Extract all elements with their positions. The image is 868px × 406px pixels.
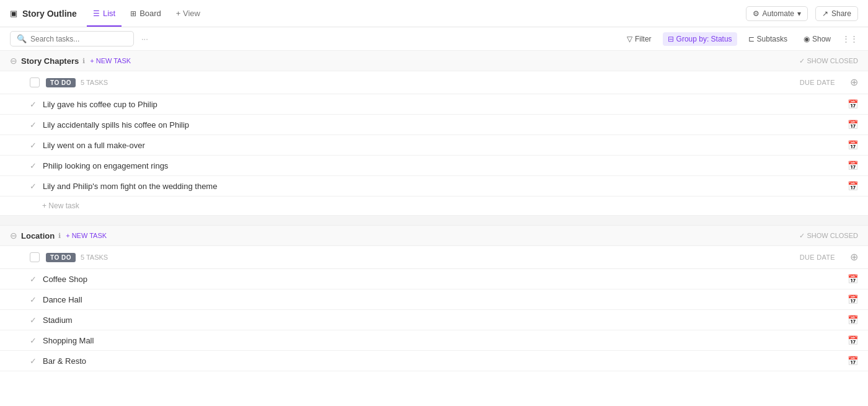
section-location: ⊖ Location ℹ + NEW TASK ✓ SHOW CLOSED TO… — [0, 226, 868, 371]
task-name: Shopping Mall — [43, 336, 848, 345]
task-check-icon[interactable]: ✓ — [30, 141, 37, 150]
table-row: ✓ Stadium 📅 — [0, 310, 868, 330]
task-check-icon[interactable]: ✓ — [30, 161, 37, 170]
search-input[interactable] — [30, 35, 123, 43]
group-by-button[interactable]: ⊟ Group by: Status — [663, 32, 737, 46]
group-story-chapters-todo: TO DO 5 TASKS DUE DATE ⊕ ✓ Lily gave his… — [0, 71, 868, 216]
collapse-icon-location: ⊖ — [10, 231, 17, 241]
board-icon: ⊞ — [130, 9, 136, 18]
task-check-icon[interactable]: ✓ — [30, 275, 37, 284]
collapse-icon: ⊖ — [10, 56, 17, 66]
task-check-icon[interactable]: ✓ — [30, 295, 37, 304]
toolbar-right: ▽ Filter ⊟ Group by: Status ⊏ Subtasks ◉… — [622, 32, 858, 46]
more-options-icon[interactable]: ··· — [141, 34, 148, 43]
chevron-down-icon: ▾ — [797, 9, 801, 18]
group-header-todo-2: TO DO 5 TASKS DUE DATE ⊕ — [0, 246, 868, 269]
group-count-todo-2: 5 TASKS — [81, 254, 108, 261]
toolbar: 🔍 ··· ▽ Filter ⊟ Group by: Status ⊏ Subt… — [0, 27, 868, 51]
task-due-date-icon[interactable]: 📅 — [848, 140, 858, 150]
task-due-date-icon[interactable]: 📅 — [848, 335, 858, 345]
tab-add-view[interactable]: + View — [170, 5, 206, 22]
automate-icon: ⚙ — [753, 9, 760, 18]
toolbar-overflow-icon[interactable]: ⋮⋮ — [842, 34, 858, 43]
table-row: ✓ Coffee Shop 📅 — [0, 269, 868, 289]
section-show-closed-location[interactable]: ✓ SHOW CLOSED — [799, 232, 858, 240]
section-title-story-chapters: Story Chapters — [21, 56, 79, 66]
section-show-closed-story-chapters[interactable]: ✓ SHOW CLOSED — [799, 57, 858, 65]
group-location-todo: TO DO 5 TASKS DUE DATE ⊕ ✓ Coffee Shop 📅… — [0, 246, 868, 371]
task-name: Bar & Resto — [43, 356, 848, 366]
group-badge-todo-2: TO DO — [46, 253, 76, 262]
task-due-date-icon[interactable]: 📅 — [848, 294, 858, 304]
task-name: Lily went on a full make-over — [43, 141, 848, 150]
list-icon: ☰ — [93, 9, 100, 18]
filter-button[interactable]: ▽ Filter — [622, 32, 657, 46]
task-due-date-icon[interactable]: 📅 — [848, 356, 858, 366]
table-row: ✓ Philip looking on engagement rings 📅 — [0, 156, 868, 176]
group-due-date-label-1: DUE DATE — [800, 79, 835, 86]
table-row: ✓ Lily gave his coffee cup to Philip 📅 — [0, 94, 868, 115]
group-count-todo-1: 5 TASKS — [81, 79, 108, 86]
table-row: ✓ Lily and Philip's mom fight on the wed… — [0, 176, 868, 196]
nav-title: Story Outline — [22, 9, 77, 19]
section-info-icon-location: ℹ — [58, 232, 61, 240]
search-icon: 🔍 — [17, 34, 27, 43]
section-new-task-location[interactable]: + NEW TASK — [66, 232, 107, 239]
table-row: ✓ Dance Hall 📅 — [0, 289, 868, 310]
task-name: Coffee Shop — [43, 275, 848, 284]
task-check-icon[interactable]: ✓ — [30, 316, 37, 325]
nav-logo-icon: ▣ — [10, 9, 17, 18]
tab-list-label: List — [103, 9, 115, 18]
task-due-date-icon[interactable]: 📅 — [848, 120, 858, 130]
task-name: Stadium — [43, 316, 848, 325]
show-icon: ◉ — [804, 35, 810, 43]
section-header-location[interactable]: ⊖ Location ℹ + NEW TASK ✓ SHOW CLOSED — [0, 226, 868, 246]
add-view-label: + View — [176, 9, 200, 18]
task-check-icon[interactable]: ✓ — [30, 336, 37, 345]
nav-right: ⚙ Automate ▾ ↗ Share — [746, 6, 858, 21]
subtasks-button[interactable]: ⊏ Subtasks — [743, 32, 792, 46]
group-header-todo-1: TO DO 5 TASKS DUE DATE ⊕ — [0, 71, 868, 94]
section-header-story-chapters[interactable]: ⊖ Story Chapters ℹ + NEW TASK ✓ SHOW CLO… — [0, 51, 868, 71]
task-check-icon[interactable]: ✓ — [30, 100, 37, 109]
tab-board-label: Board — [140, 9, 161, 18]
group-add-column-icon-2[interactable]: ⊕ — [850, 252, 858, 262]
task-due-date-icon[interactable]: 📅 — [848, 181, 858, 191]
task-check-icon[interactable]: ✓ — [30, 356, 37, 366]
task-name: Philip looking on engagement rings — [43, 161, 848, 170]
task-name: Lily gave his coffee cup to Philip — [43, 100, 848, 109]
task-due-date-icon[interactable]: 📅 — [848, 315, 858, 325]
filter-icon: ▽ — [627, 35, 632, 43]
show-button[interactable]: ◉ Show — [799, 32, 836, 46]
group-select-checkbox[interactable] — [30, 77, 40, 87]
table-row: ✓ Lily went on a full make-over 📅 — [0, 135, 868, 156]
section-info-icon: ℹ — [82, 57, 85, 65]
subtasks-icon: ⊏ — [748, 35, 755, 43]
top-nav: ▣ Story Outline ☰ List ⊞ Board + View ⚙ … — [0, 0, 868, 27]
task-name: Lily and Philip's mom fight on the weddi… — [43, 182, 848, 191]
share-button[interactable]: ↗ Share — [815, 6, 858, 21]
task-name: Dance Hall — [43, 295, 848, 304]
table-row: ✓ Shopping Mall 📅 — [0, 330, 868, 351]
group-select-checkbox-2[interactable] — [30, 252, 40, 262]
task-name: Lily accidentally spills his coffee on P… — [43, 120, 848, 130]
task-check-icon[interactable]: ✓ — [30, 120, 37, 130]
tab-board[interactable]: ⊞ Board — [124, 5, 167, 22]
group-icon: ⊟ — [668, 35, 674, 43]
section-separator — [0, 216, 868, 226]
section-new-task-story-chapters[interactable]: + NEW TASK — [90, 57, 131, 64]
new-task-button-1[interactable]: + New task — [0, 196, 868, 216]
group-badge-todo-1: TO DO — [46, 78, 76, 87]
table-row: ✓ Lily accidentally spills his coffee on… — [0, 115, 868, 135]
share-icon: ↗ — [822, 9, 828, 18]
automate-button[interactable]: ⚙ Automate ▾ — [746, 6, 808, 21]
group-add-column-icon[interactable]: ⊕ — [850, 77, 858, 87]
task-due-date-icon[interactable]: 📅 — [848, 161, 858, 170]
table-row: ✓ Bar & Resto 📅 — [0, 351, 868, 371]
tab-list[interactable]: ☰ List — [87, 5, 122, 22]
task-due-date-icon[interactable]: 📅 — [848, 99, 858, 109]
search-box[interactable]: 🔍 — [10, 31, 134, 46]
task-due-date-icon[interactable]: 📅 — [848, 274, 858, 284]
task-check-icon[interactable]: ✓ — [30, 182, 37, 191]
section-story-chapters: ⊖ Story Chapters ℹ + NEW TASK ✓ SHOW CLO… — [0, 51, 868, 216]
